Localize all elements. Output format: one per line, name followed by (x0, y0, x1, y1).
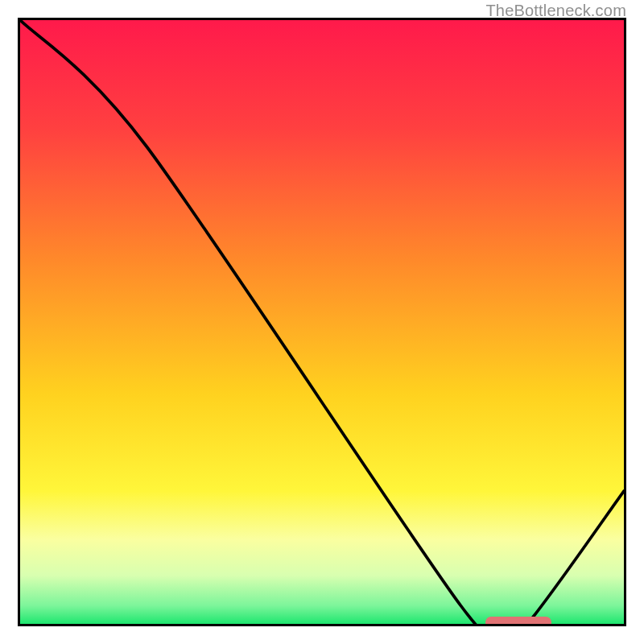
bottleneck-curve-path (20, 20, 624, 624)
optimal-range-marker (485, 617, 552, 626)
chart-curve (20, 20, 624, 624)
chart-frame (18, 18, 626, 626)
